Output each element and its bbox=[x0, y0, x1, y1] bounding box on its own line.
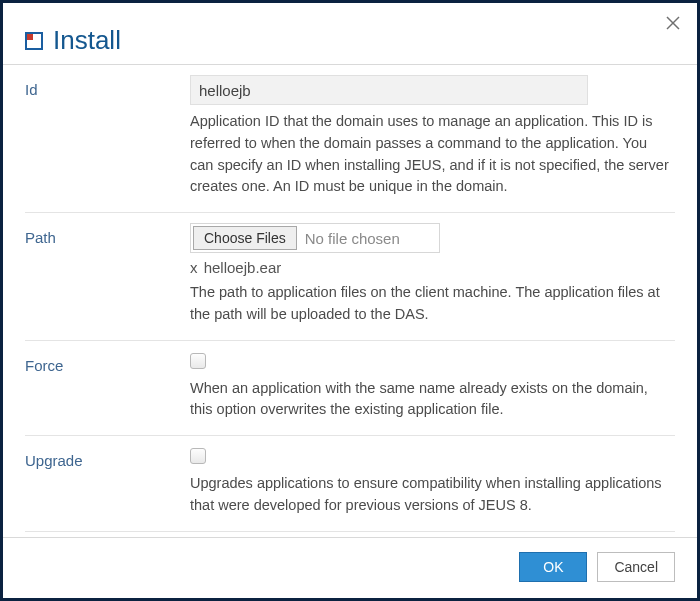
field-row-path: Path Choose Files No file chosen x hello… bbox=[25, 213, 675, 341]
field-row-id: Id Application ID that the domain uses t… bbox=[25, 65, 675, 213]
install-dialog: Install Id Application ID that the domai… bbox=[0, 0, 700, 601]
dialog-header: Install bbox=[3, 3, 697, 65]
field-row-force: Force When an application with the same … bbox=[25, 341, 675, 437]
upgrade-help-text: Upgrades applications to ensure compatib… bbox=[190, 473, 671, 517]
force-help-text: When an application with the same name a… bbox=[190, 378, 671, 422]
id-help-text: Application ID that the domain uses to m… bbox=[190, 111, 671, 198]
form-area: Id Application ID that the domain uses t… bbox=[3, 65, 697, 537]
field-row-upgrade: Upgrade Upgrades applications to ensure … bbox=[25, 436, 675, 532]
ok-button[interactable]: OK bbox=[519, 552, 587, 582]
choose-files-button[interactable]: Choose Files bbox=[193, 226, 297, 250]
field-col-upgrade: Upgrades applications to ensure compatib… bbox=[190, 446, 675, 517]
path-help-text: The path to application files on the cli… bbox=[190, 282, 671, 326]
dialog-footer: OK Cancel bbox=[3, 537, 697, 598]
force-checkbox[interactable] bbox=[190, 353, 206, 369]
file-picker: Choose Files No file chosen bbox=[190, 223, 440, 253]
id-input[interactable] bbox=[190, 75, 588, 105]
remove-file-icon[interactable]: x bbox=[190, 259, 198, 276]
selected-file: x helloejb.ear bbox=[190, 259, 671, 276]
app-icon bbox=[25, 32, 43, 50]
field-label-id: Id bbox=[25, 75, 190, 198]
close-icon bbox=[665, 15, 681, 31]
field-label-upgrade: Upgrade bbox=[25, 446, 190, 517]
field-label-path: Path bbox=[25, 223, 190, 326]
field-col-path: Choose Files No file chosen x helloejb.e… bbox=[190, 223, 675, 326]
close-button[interactable] bbox=[659, 9, 687, 37]
field-col-id: Application ID that the domain uses to m… bbox=[190, 75, 675, 198]
upgrade-checkbox[interactable] bbox=[190, 448, 206, 464]
field-label-force: Force bbox=[25, 351, 190, 422]
dialog-title: Install bbox=[53, 25, 121, 56]
file-status-text: No file chosen bbox=[299, 224, 406, 252]
cancel-button[interactable]: Cancel bbox=[597, 552, 675, 582]
field-col-force: When an application with the same name a… bbox=[190, 351, 675, 422]
selected-file-name: helloejb.ear bbox=[204, 259, 282, 276]
